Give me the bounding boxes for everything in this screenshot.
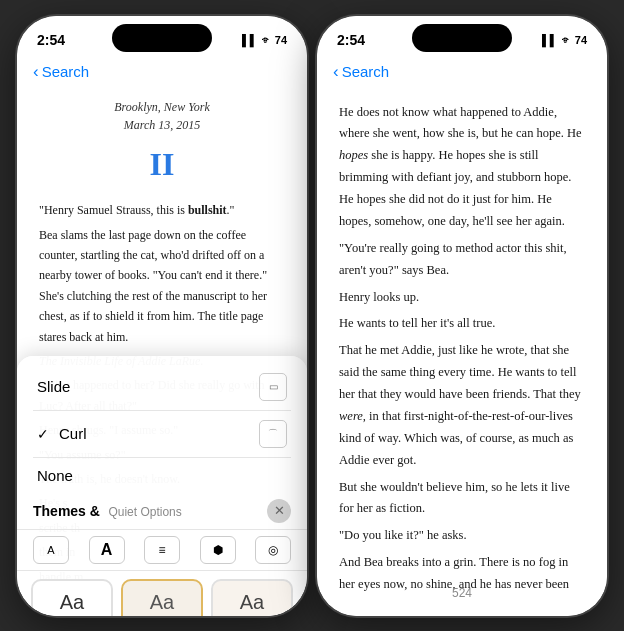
book-content-right: He does not know what happened to Addie,…	[317, 90, 607, 600]
book-header: Brooklyn, New York March 13, 2015 II	[39, 98, 285, 191]
page-number: 524	[317, 586, 607, 600]
theme-original-aa: Aa	[60, 591, 84, 614]
theme-quiet[interactable]: Aa Quiet	[121, 579, 203, 616]
slide-label: Slide	[37, 378, 70, 395]
phones-container: 2:54 ▌▌ ᯤ 74 ‹ Search Brooklyn, New York…	[0, 0, 624, 631]
dynamic-island-left	[112, 24, 212, 52]
theme-paper-aa: Aa	[240, 591, 264, 614]
theme-paper[interactable]: Aa Paper	[211, 579, 293, 616]
back-label-left: Search	[42, 63, 90, 80]
nav-bar-left: ‹ Search	[17, 54, 307, 90]
slide-icon-curl: ⌒	[259, 420, 287, 448]
font-decrease-button[interactable]: A	[33, 536, 69, 564]
rp-1: He does not know what happened to Addie,…	[339, 102, 585, 233]
book-para-2: Bea slams the last page down on the coff…	[39, 225, 285, 347]
overlay-panel: Slide ▭ ✓ Curl ⌒ None	[17, 356, 307, 616]
nav-bar-right: ‹ Search	[317, 54, 607, 90]
close-button[interactable]: ✕	[267, 499, 291, 523]
chapter-number: II	[39, 138, 285, 191]
slide-option-slide[interactable]: Slide ▭	[33, 364, 291, 411]
theme-grid: Aa Original Aa Quiet Aa Paper	[17, 571, 307, 616]
slide-menu: Slide ▭ ✓ Curl ⌒ None	[17, 356, 307, 493]
book-location: Brooklyn, New York March 13, 2015	[39, 98, 285, 134]
dynamic-island-right	[412, 24, 512, 52]
rp-2: "You're really going to method actor thi…	[339, 238, 585, 282]
font-controls: A A ≡ ⬢ ◎	[17, 530, 307, 571]
right-phone: 2:54 ▌▌ ᯤ 74 ‹ Search He does not know w…	[317, 16, 607, 616]
left-phone: 2:54 ▌▌ ᯤ 74 ‹ Search Brooklyn, New York…	[17, 16, 307, 616]
chevron-right-icon: ‹	[333, 62, 339, 82]
font-bookmark-button[interactable]: ⬢	[200, 536, 236, 564]
check-icon: ✓	[37, 426, 49, 442]
time-right: 2:54	[337, 32, 365, 48]
rp-5: That he met Addie, just like he wrote, t…	[339, 340, 585, 471]
slide-option-curl[interactable]: ✓ Curl ⌒	[33, 411, 291, 458]
theme-quiet-aa: Aa	[150, 591, 174, 614]
rp-3: Henry looks up.	[339, 287, 585, 309]
curl-label: Curl	[59, 425, 87, 442]
font-increase-button[interactable]: A	[89, 536, 125, 564]
book-para-1: "Henry Samuel Strauss, this is bullshit.…	[39, 200, 285, 220]
back-button-left[interactable]: ‹ Search	[33, 62, 89, 82]
time-left: 2:54	[37, 32, 65, 48]
rp-4: He wants to tell her it's all true.	[339, 313, 585, 335]
back-button-right[interactable]: ‹ Search	[333, 62, 389, 82]
slide-icon-slide: ▭	[259, 373, 287, 401]
back-label-right: Search	[342, 63, 390, 80]
slide-option-none[interactable]: None	[33, 458, 291, 493]
themes-title: Themes &	[33, 503, 100, 519]
status-icons-left: ▌▌ ᯤ 74	[242, 34, 287, 46]
themes-subtitle: Quiet Options	[108, 505, 181, 519]
rp-7: "Do you like it?" he asks.	[339, 525, 585, 547]
chevron-left-icon: ‹	[33, 62, 39, 82]
none-label: None	[37, 467, 73, 484]
themes-header: Themes & Quiet Options ✕	[17, 493, 307, 530]
font-eye-button[interactable]: ◎	[255, 536, 291, 564]
theme-original[interactable]: Aa Original	[31, 579, 113, 616]
status-icons-right: ▌▌ ᯤ 74	[542, 34, 587, 46]
font-list-button[interactable]: ≡	[144, 536, 180, 564]
rp-6: But she wouldn't believe him, so he lets…	[339, 477, 585, 521]
